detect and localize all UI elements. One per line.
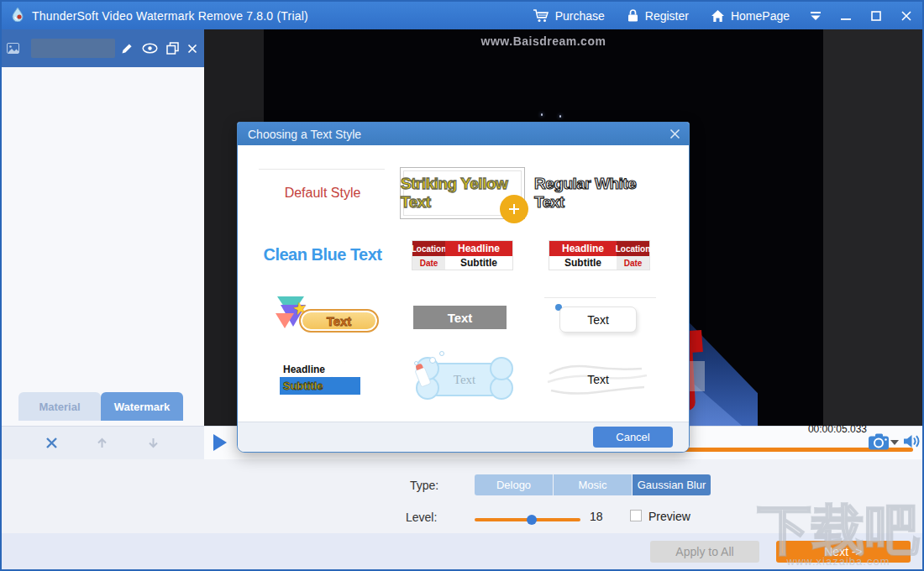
edit-pencil-icon[interactable] bbox=[121, 42, 134, 55]
play-button[interactable] bbox=[213, 433, 228, 452]
style-card-scribble[interactable]: Text bbox=[544, 360, 652, 399]
dialog-footer: Cancel bbox=[238, 422, 689, 452]
apply-to-all-button[interactable]: Apply to All bbox=[650, 541, 759, 563]
level-slider[interactable] bbox=[475, 514, 580, 526]
dialog-close-icon[interactable] bbox=[669, 128, 680, 139]
style-card-default[interactable]: Default Style bbox=[255, 175, 390, 212]
title-bar: ThunderSoft Video Watermark Remove 7.8.0… bbox=[2, 2, 924, 29]
homepage-button[interactable]: HomePage bbox=[702, 2, 798, 29]
move-down-icon[interactable] bbox=[146, 436, 160, 450]
add-style-icon[interactable] bbox=[500, 195, 528, 223]
maximize-icon bbox=[871, 11, 881, 21]
type-selector: Delogo Mosic Gaussian Blur bbox=[475, 474, 711, 495]
timestamp: 00:00:05.033 bbox=[808, 423, 867, 435]
purchase-button[interactable]: Purchase bbox=[524, 2, 613, 29]
lock-icon bbox=[627, 8, 639, 23]
maximize-button[interactable] bbox=[864, 2, 889, 29]
tab-watermark[interactable]: Watermark bbox=[101, 392, 183, 421]
dialog-header: Choosing a Text Style bbox=[238, 123, 689, 145]
snapshot-camera-icon[interactable] bbox=[868, 433, 890, 451]
move-up-icon[interactable] bbox=[95, 436, 109, 450]
chevron-down-icon bbox=[809, 11, 822, 21]
video-watermark-text: www.Baisdream.com bbox=[264, 34, 823, 48]
watermark-thumbnail bbox=[31, 39, 115, 58]
style-card-bone[interactable]: Text bbox=[424, 363, 505, 396]
style-card-regular-white[interactable]: Regular White Text bbox=[534, 175, 669, 212]
style-card-banner[interactable]: ★ Text bbox=[276, 295, 385, 345]
menu-dropdown-button[interactable] bbox=[803, 2, 828, 29]
choose-text-style-dialog: Choosing a Text Style Default Style Stri… bbox=[237, 122, 690, 453]
minimize-button[interactable] bbox=[833, 2, 858, 29]
preview-checkbox[interactable] bbox=[630, 510, 642, 521]
type-option-gaussian-blur[interactable]: Gaussian Blur bbox=[633, 474, 711, 495]
type-option-mosic[interactable]: Mosic bbox=[554, 474, 632, 495]
cart-icon bbox=[533, 8, 549, 23]
window-title: ThunderSoft Video Watermark Remove 7.8.0… bbox=[32, 9, 308, 23]
tab-material[interactable]: Material bbox=[18, 392, 101, 421]
app-window: ThunderSoft Video Watermark Remove 7.8.0… bbox=[0, 0, 924, 571]
letterbox-right bbox=[823, 29, 924, 426]
watermark-toolbar bbox=[2, 426, 204, 459]
preview-label: Preview bbox=[648, 510, 690, 523]
cancel-button[interactable]: Cancel bbox=[593, 427, 673, 448]
volume-icon[interactable] bbox=[903, 434, 921, 448]
delete-x-icon[interactable] bbox=[187, 44, 197, 54]
home-icon bbox=[711, 9, 725, 23]
level-slider-thumb[interactable] bbox=[527, 515, 537, 525]
logo-shape-coral bbox=[276, 313, 294, 328]
action-bar: Apply to All Next -> bbox=[2, 533, 924, 569]
style-card-news-left[interactable]: Location Headline Date Subtitle bbox=[412, 241, 512, 270]
style-card-headline-subtitle[interactable]: Headline Subtitle bbox=[280, 361, 360, 395]
image-icon bbox=[7, 43, 19, 54]
close-icon bbox=[901, 11, 911, 21]
style-card-striking-yellow-selected[interactable]: Striking Yellow Text bbox=[400, 167, 525, 219]
style-card-clean-blue[interactable]: Clean Blue Text bbox=[255, 236, 390, 273]
style-card-news-right[interactable]: Headline Location Subtitle Date bbox=[549, 241, 649, 270]
register-button[interactable]: Register bbox=[618, 2, 697, 29]
style-card-callout[interactable]: Text bbox=[559, 306, 637, 333]
close-button[interactable] bbox=[894, 2, 919, 29]
type-option-delogo[interactable]: Delogo bbox=[475, 474, 553, 495]
next-button[interactable]: Next -> bbox=[776, 541, 911, 563]
app-logo-icon bbox=[10, 7, 25, 25]
style-card-gray-box[interactable]: Text bbox=[413, 306, 507, 329]
type-label: Type: bbox=[410, 479, 438, 492]
watermark-list-panel: Material Watermark bbox=[2, 29, 204, 426]
remove-settings-panel: Type: Delogo Mosic Gaussian Blur Level: … bbox=[2, 459, 924, 569]
visibility-eye-icon[interactable] bbox=[142, 43, 158, 54]
minimize-icon bbox=[841, 11, 851, 21]
remove-x-icon[interactable] bbox=[45, 437, 58, 449]
dialog-title: Choosing a Text Style bbox=[248, 128, 361, 141]
level-value: 18 bbox=[590, 510, 603, 523]
watermark-item-row[interactable] bbox=[2, 29, 204, 67]
level-label: Level: bbox=[406, 511, 437, 524]
snapshot-dropdown-icon[interactable] bbox=[890, 440, 899, 445]
duplicate-icon[interactable] bbox=[166, 42, 179, 55]
